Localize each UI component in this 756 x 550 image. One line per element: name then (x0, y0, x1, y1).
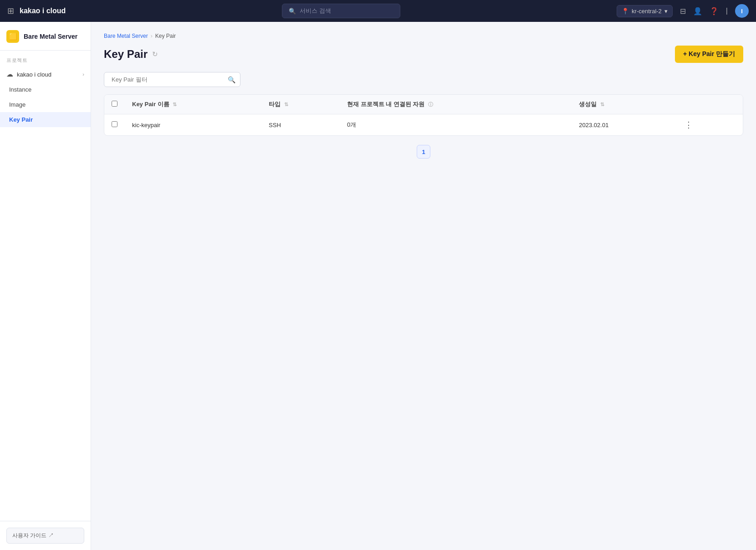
col-header-type: 타입 ⇅ (261, 95, 340, 114)
region-selector[interactable]: 📍 kr-central-2 ▾ (617, 5, 673, 17)
location-icon: 📍 (622, 8, 629, 15)
sidebar-brand-label: Bare Metal Server (24, 33, 77, 41)
page-title: Key Pair (104, 48, 148, 61)
user-icon[interactable]: 👤 (693, 7, 702, 15)
row-checkbox-cell (104, 114, 125, 136)
row-connected: 0개 (340, 114, 572, 136)
row-created: 2023.02.01 (572, 114, 674, 136)
select-all-header (104, 95, 125, 114)
col-header-actions (674, 95, 743, 114)
page-btn-1[interactable]: 1 (417, 145, 430, 159)
layout-icon[interactable]: ⊟ (680, 7, 686, 15)
table-row: kic-keypair SSH 0개 2023.02.01 ⋮ (104, 114, 743, 136)
user-avatar[interactable]: I (735, 4, 749, 18)
sidebar-item-image[interactable]: Image (0, 97, 91, 112)
guide-button[interactable]: 사용자 가이드 ↗ (6, 528, 84, 544)
chevron-right-icon: › (82, 72, 84, 77)
refresh-icon[interactable]: ↻ (152, 50, 158, 58)
page-header: Key Pair ↻ + Key Pair 만들기 (104, 46, 743, 63)
row-actions-cell: ⋮ (674, 114, 743, 136)
cloud-icon: ☁ (6, 70, 13, 78)
sidebar-item-keypair[interactable]: Key Pair (0, 112, 91, 127)
app-layout: 🟨 Bare Metal Server 프로젝트 ☁ kakao i cloud… (0, 0, 756, 550)
global-search[interactable]: 🔍 서비스 검색 (282, 4, 400, 18)
filter-bar: 🔍 (104, 72, 743, 87)
col-header-connected: 현재 프로젝트 내 연결된 자원 ⓘ (340, 95, 572, 114)
row-checkbox[interactable] (112, 121, 117, 127)
app-logo: kakao i cloud (20, 7, 66, 15)
breadcrumb-current: Key Pair (155, 33, 176, 39)
region-label: kr-central-2 (632, 8, 662, 15)
filter-input-wrap: 🔍 (104, 72, 240, 87)
filter-search-icon[interactable]: 🔍 (228, 76, 235, 83)
table: Key Pair 이름 ⇅ 타입 ⇅ 현재 프로젝트 내 연결된 자원 ⓘ (104, 95, 743, 135)
chevron-down-icon: ▾ (664, 8, 668, 15)
row-name: kic-keypair (125, 114, 261, 136)
grid-icon[interactable]: ⊞ (7, 6, 14, 16)
keypair-table: Key Pair 이름 ⇅ 타입 ⇅ 현재 프로젝트 내 연결된 자원 ⓘ (104, 94, 743, 136)
sidebar-footer: 사용자 가이드 ↗ (0, 521, 91, 550)
sidebar-section-label: 프로젝트 (0, 51, 91, 67)
sort-name-icon[interactable]: ⇅ (173, 102, 177, 107)
col-header-name: Key Pair 이름 ⇅ (125, 95, 261, 114)
page-title-row: Key Pair ↻ (104, 48, 158, 61)
help-icon[interactable]: ❓ (710, 7, 719, 15)
select-all-checkbox[interactable] (112, 101, 117, 107)
sidebar-project[interactable]: ☁ kakao i cloud › (0, 67, 91, 82)
sort-type-icon[interactable]: ⇅ (284, 102, 288, 107)
pagination: 1 (104, 145, 743, 159)
sidebar: 🟨 Bare Metal Server 프로젝트 ☁ kakao i cloud… (0, 22, 91, 550)
table-header-row: Key Pair 이름 ⇅ 타입 ⇅ 현재 프로젝트 내 연결된 자원 ⓘ (104, 95, 743, 114)
row-more-icon[interactable]: ⋮ (681, 119, 696, 130)
main-content: Bare Metal Server › Key Pair Key Pair ↻ … (91, 22, 756, 550)
project-name: kakao i cloud (17, 71, 79, 78)
create-keypair-button[interactable]: + Key Pair 만들기 (675, 46, 743, 63)
sort-created-icon[interactable]: ⇅ (600, 102, 604, 107)
sidebar-item-instance[interactable]: Instance (0, 82, 91, 97)
sidebar-brand: 🟨 Bare Metal Server (0, 22, 91, 51)
search-icon: 🔍 (289, 8, 296, 15)
divider-icon: | (726, 7, 728, 15)
col-header-created: 생성일 ⇅ (572, 95, 674, 114)
topnav-right-actions: 📍 kr-central-2 ▾ ⊟ 👤 ❓ | I (617, 4, 749, 18)
filter-input[interactable] (109, 72, 228, 87)
guide-label: 사용자 가이드 ↗ (12, 532, 54, 540)
breadcrumb-separator: › (151, 33, 153, 39)
brand-icon: 🟨 (6, 30, 19, 43)
top-navigation: ⊞ kakao i cloud 🔍 서비스 검색 📍 kr-central-2 … (0, 0, 756, 22)
search-placeholder: 서비스 검색 (300, 7, 331, 15)
info-connected-icon[interactable]: ⓘ (428, 102, 433, 107)
row-type: SSH (261, 114, 340, 136)
breadcrumb: Bare Metal Server › Key Pair (104, 33, 743, 39)
breadcrumb-parent[interactable]: Bare Metal Server (104, 33, 148, 39)
